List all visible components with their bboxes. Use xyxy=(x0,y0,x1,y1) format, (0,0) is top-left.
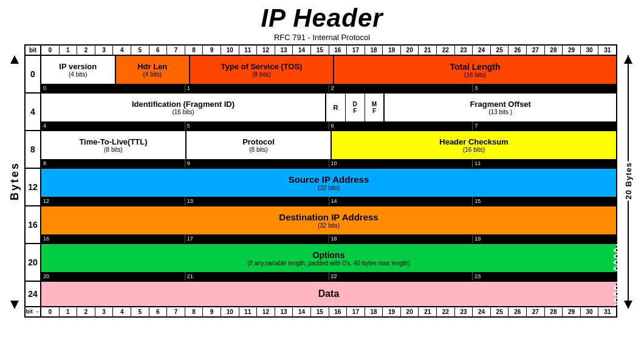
bit-num-22: 22 xyxy=(437,46,455,55)
bit-num-4: 4 xyxy=(113,307,131,316)
bit-label-bottom: bit → xyxy=(26,307,41,316)
bit-num-14: 14 xyxy=(293,307,311,316)
twenty-bytes-text: 20 Bytes xyxy=(624,161,633,200)
bottom-num-4-0: 4 xyxy=(41,121,185,130)
bit-num-10: 10 xyxy=(221,307,239,316)
bottom-num-12-1: 13 xyxy=(185,197,329,205)
byte-label-20: 20 xyxy=(26,244,41,281)
bottom-num-0-0: 0 xyxy=(41,84,185,92)
bottom-num-16-2: 18 xyxy=(329,234,473,243)
bottom-num-8-0: 8 xyxy=(41,159,185,168)
field-ttl: Time-To-Live(TTL) (8 bits) xyxy=(41,131,187,159)
bottom-num-12-3: 15 xyxy=(473,197,616,205)
bottom-num-20-1: 21 xyxy=(185,272,329,281)
svg-marker-0 xyxy=(10,55,19,64)
bit-num-27: 27 xyxy=(527,307,545,316)
bit-num-18: 18 xyxy=(365,307,383,316)
byte-label-4: 4 xyxy=(26,94,41,130)
field-tos: Type of Service (TOS) (8 bits) xyxy=(190,56,334,84)
bit-num-7: 7 xyxy=(167,46,185,55)
bit-num-7: 7 xyxy=(167,307,185,316)
field-data: Data xyxy=(41,282,616,306)
bit-num-29: 29 xyxy=(563,307,581,316)
byte-label-16: 16 xyxy=(26,206,41,243)
bit-num-2: 2 xyxy=(77,307,95,316)
twenty-bytes-arrow-down-icon xyxy=(624,301,632,309)
arrow-up-icon xyxy=(10,55,19,64)
bottom-num-20-3: 23 xyxy=(473,272,616,281)
bit-num-13: 13 xyxy=(275,307,293,316)
field-r: R xyxy=(326,94,346,121)
bit-num-9: 9 xyxy=(203,46,221,55)
svg-marker-1 xyxy=(10,301,19,309)
bottom-num-0-2: 2 xyxy=(329,84,473,92)
bit-num-1: 1 xyxy=(60,46,78,55)
bottom-num-4-2: 6 xyxy=(329,121,473,130)
bit-num-24: 24 xyxy=(473,307,491,316)
bit-num-16: 16 xyxy=(329,307,348,316)
page-container: IP Header RFC 791 - Internal Protocol By… xyxy=(0,0,644,351)
bottom-num-0-3: 3 xyxy=(473,84,616,92)
field-hdr-len: Hdr Len (4 bits) xyxy=(116,56,191,84)
bit-num-17: 17 xyxy=(347,46,365,55)
bottom-num-12-0: 12 xyxy=(41,197,185,205)
field-protocol: Protocol (8 bits) xyxy=(187,131,332,159)
bit-num-5: 5 xyxy=(131,46,149,55)
bit-num-23: 23 xyxy=(455,46,473,55)
bit-num-5: 5 xyxy=(131,307,149,316)
field-source-ip: Source IP Address (32 bits) xyxy=(41,169,616,197)
bit-num-28: 28 xyxy=(545,307,563,316)
bit-num-20: 20 xyxy=(401,307,419,316)
bit-num-23: 23 xyxy=(455,307,473,316)
bytes-text: Bytes xyxy=(9,162,21,200)
bottom-num-12-2: 14 xyxy=(329,197,473,205)
bit-num-21: 21 xyxy=(419,307,437,316)
bottom-num-0-1: 1 xyxy=(185,84,329,92)
field-fragment-offset: Fragment Offset (13 bits ) xyxy=(385,94,616,121)
bit-num-9: 9 xyxy=(203,307,221,316)
bit-num-19: 19 xyxy=(383,307,401,316)
bit-num-15: 15 xyxy=(311,307,329,316)
bottom-num-20-0: 20 xyxy=(41,272,185,281)
twenty-bytes-label: 20 Bytes xyxy=(617,44,639,318)
bit-num-16: 16 xyxy=(329,46,348,55)
bit-num-25: 25 xyxy=(491,46,509,55)
field-mf: MF xyxy=(365,94,385,121)
bit-num-2: 2 xyxy=(77,46,95,55)
title: IP Header xyxy=(0,0,644,33)
bit-num-20: 20 xyxy=(401,46,419,55)
subtitle: RFC 791 - Internal Protocol xyxy=(0,33,644,42)
bit-num-24: 24 xyxy=(473,46,491,55)
bit-num-11: 11 xyxy=(239,46,258,55)
bit-num-12: 12 xyxy=(257,307,275,316)
bit-num-18: 18 xyxy=(365,46,383,55)
bottom-num-8-2: 10 xyxy=(329,159,473,168)
byte-label-8: 8 xyxy=(26,131,41,168)
bit-label-top: bit xyxy=(26,46,41,55)
bit-num-10: 10 xyxy=(221,46,239,55)
bit-num-12: 12 xyxy=(257,46,275,55)
field-options: Options (if any,variable length, padded … xyxy=(41,244,616,272)
bit-num-15: 15 xyxy=(311,46,329,55)
bit-num-22: 22 xyxy=(437,307,455,316)
field-dest-ip: Destination IP Address (32 bits) xyxy=(41,206,616,234)
bit-num-19: 19 xyxy=(383,46,401,55)
bit-num-0: 0 xyxy=(41,307,60,316)
field-ip-version: IP version (4 bits) xyxy=(41,56,116,84)
bit-num-6: 6 xyxy=(149,46,168,55)
svg-marker-3 xyxy=(624,301,632,309)
bit-num-6: 6 xyxy=(149,307,168,316)
bit-num-8: 8 xyxy=(185,307,204,316)
bytes-label-left: Bytes xyxy=(5,44,24,318)
field-df: DF xyxy=(346,94,365,121)
byte-label-12: 12 xyxy=(26,169,41,205)
bit-num-3: 3 xyxy=(95,46,114,55)
bit-num-28: 28 xyxy=(545,46,563,55)
bit-num-21: 21 xyxy=(419,46,437,55)
bottom-num-16-1: 17 xyxy=(185,234,329,243)
bit-num-0: 0 xyxy=(41,46,60,55)
bit-num-26: 26 xyxy=(509,46,527,55)
bit-num-1: 1 xyxy=(60,307,78,316)
bottom-num-4-3: 7 xyxy=(473,121,616,130)
bit-num-30: 30 xyxy=(581,46,599,55)
